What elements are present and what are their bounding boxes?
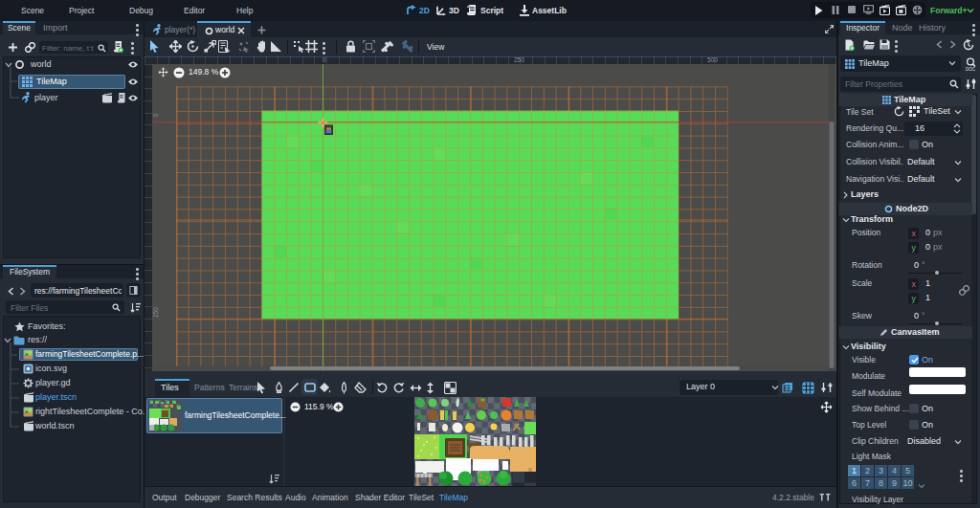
svg-text:0: 0: [152, 113, 159, 117]
svg-text:DOC: DOC: [966, 67, 976, 72]
svg-text:250: 250: [152, 307, 159, 318]
